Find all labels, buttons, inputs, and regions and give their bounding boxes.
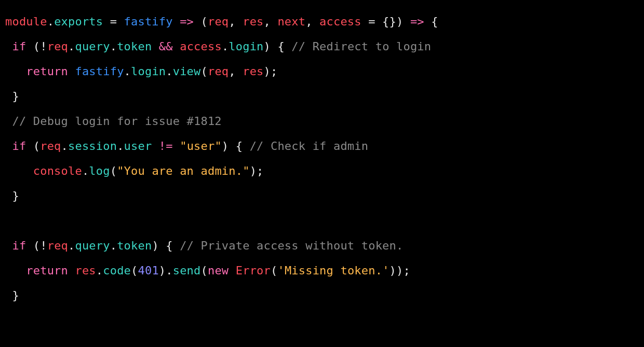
code-token: req [47, 239, 68, 252]
code-token: ( [110, 164, 117, 177]
code-token: => [180, 15, 194, 28]
code-token: ) { [152, 239, 180, 252]
code-token: return [26, 264, 68, 277]
code-line: console.log("You are an admin."); [5, 164, 264, 177]
code-token: user [124, 140, 152, 152]
code-token: req [47, 40, 68, 53]
code-token: } [5, 90, 19, 103]
code-line: } [5, 289, 19, 302]
code-token: . [222, 40, 229, 53]
code-token: = {}) [361, 15, 410, 28]
code-line: return res.code(401).send(new Error('Mis… [5, 264, 410, 277]
code-token: ( [201, 65, 208, 78]
code-token [152, 140, 158, 152]
code-token: fastify [124, 15, 173, 28]
code-line: if (req.session.user != "user") { // Che… [5, 140, 368, 152]
code-token: = [103, 15, 124, 28]
code-token: ) { [222, 140, 250, 152]
code-token: ( [201, 264, 208, 277]
code-line: if (!req.query.token && access.login) { … [5, 40, 431, 53]
code-token: ( [194, 15, 208, 28]
code-token: . [117, 140, 124, 152]
code-token: // Check if admin [250, 140, 369, 152]
code-line: module.exports = fastify => (req, res, n… [5, 15, 438, 28]
code-token: ) { [264, 40, 292, 53]
code-token: . [124, 65, 131, 78]
code-token [5, 40, 12, 53]
code-line: } [5, 90, 19, 103]
code-line: return fastify.login.view(req, res); [5, 65, 277, 78]
code-token: fastify [75, 65, 124, 78]
code-token: if [12, 40, 26, 53]
code-token [152, 40, 158, 53]
code-token [5, 239, 12, 252]
code-token: != [159, 140, 173, 152]
code-token: // Redirect to login [291, 40, 431, 53]
code-token: if [12, 140, 26, 152]
code-token: return [26, 65, 68, 78]
code-token: login [131, 65, 166, 78]
code-token: access [319, 15, 361, 28]
code-token: (! [26, 239, 47, 252]
code-token: log [89, 164, 110, 177]
code-token [68, 264, 75, 277]
code-token: . [68, 239, 75, 252]
code-token: ); [250, 164, 264, 177]
code-line: if (!req.query.token) { // Private acces… [5, 239, 403, 252]
code-token: , [229, 65, 243, 78]
code-token: 401 [138, 264, 159, 277]
code-token [173, 40, 180, 53]
code-token [68, 65, 75, 78]
code-token: ); [264, 65, 278, 78]
code-token [173, 15, 180, 28]
code-token: . [110, 239, 117, 252]
code-token: res [243, 65, 263, 78]
code-token: next [277, 15, 305, 28]
code-token [5, 264, 26, 277]
code-token: // Debug login for issue #1812 [12, 115, 221, 128]
code-token [5, 140, 12, 152]
code-token: res [243, 15, 263, 28]
code-token: new [208, 264, 229, 277]
code-token: , [229, 15, 243, 28]
code-token: => [410, 15, 424, 28]
code-token: (! [26, 40, 47, 53]
code-token: . [110, 40, 117, 53]
code-token: . [47, 15, 54, 28]
code-token: code [103, 264, 131, 277]
code-token: } [5, 289, 19, 302]
code-token: session [68, 140, 117, 152]
code-token: "You are an admin." [117, 164, 249, 177]
code-token: access [180, 40, 222, 53]
code-token: ( [271, 264, 277, 277]
code-token: 'Missing token.' [277, 264, 389, 277]
code-token: ( [26, 140, 40, 152]
code-token: )); [390, 264, 410, 277]
code-token: "user" [180, 140, 222, 152]
code-token: . [61, 140, 68, 152]
code-token: , [305, 15, 319, 28]
code-token [5, 115, 12, 128]
code-token: req [208, 15, 229, 28]
code-token: res [75, 264, 96, 277]
code-token: ( [131, 264, 138, 277]
code-block: module.exports = fastify => (req, res, n… [0, 0, 644, 313]
code-token: . [96, 264, 103, 277]
code-token: if [12, 239, 26, 252]
code-token: && [159, 40, 173, 53]
code-line: } [5, 189, 19, 202]
code-token: console [33, 164, 82, 177]
code-token: . [82, 164, 89, 177]
code-token [5, 65, 26, 78]
code-token: ). [159, 264, 173, 277]
code-token: . [166, 65, 172, 78]
code-token: . [68, 40, 75, 53]
code-token: module [5, 15, 47, 28]
code-token: { [424, 15, 438, 28]
code-token [5, 164, 33, 177]
code-token: // Private access without token. [180, 239, 403, 252]
code-token: req [40, 140, 61, 152]
code-token: exports [54, 15, 103, 28]
code-token: req [208, 65, 229, 78]
code-token: query [75, 239, 110, 252]
